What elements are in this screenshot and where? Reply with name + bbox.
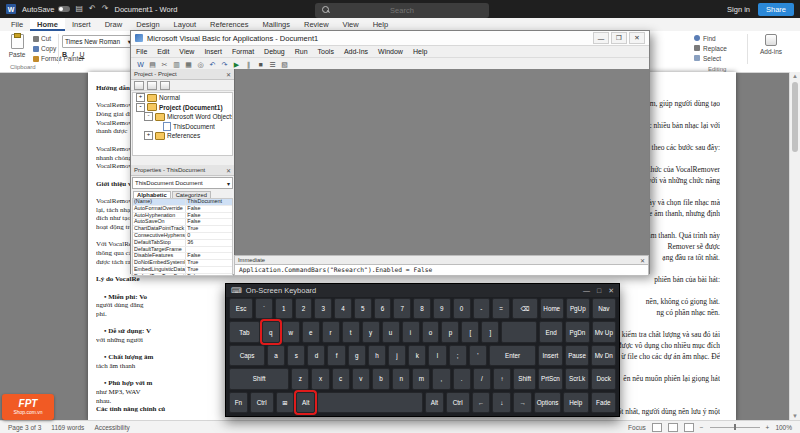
key[interactable]: Help bbox=[563, 392, 588, 413]
key[interactable]: r bbox=[322, 321, 340, 342]
key[interactable]: Fn bbox=[229, 392, 248, 413]
vba-menu-item[interactable]: Run bbox=[290, 48, 313, 55]
key[interactable]: e bbox=[302, 321, 320, 342]
italic-button[interactable]: I bbox=[72, 50, 74, 58]
word-count[interactable]: 1169 words bbox=[51, 424, 84, 431]
font-name-combo[interactable]: Times New Roman ▾ bbox=[62, 35, 134, 48]
zoom-slider[interactable] bbox=[710, 427, 760, 428]
key[interactable]: Fade bbox=[591, 392, 616, 413]
object-selector[interactable]: ThisDocument Document ▾ bbox=[132, 177, 233, 189]
key[interactable]: [ bbox=[461, 321, 479, 342]
key[interactable]: i bbox=[402, 321, 420, 342]
property-row[interactable]: AutoSaveOn False bbox=[133, 219, 232, 226]
key[interactable]: 7 bbox=[393, 298, 411, 319]
ribbon-tab[interactable]: Insert bbox=[65, 18, 98, 31]
project-tree-item[interactable]: + References bbox=[133, 131, 232, 141]
scrollbar-thumb[interactable] bbox=[792, 82, 798, 152]
key[interactable]: p bbox=[441, 321, 459, 342]
key[interactable]: 2 bbox=[295, 298, 313, 319]
key[interactable]: Shift bbox=[513, 368, 536, 389]
key[interactable]: - bbox=[473, 298, 491, 319]
key[interactable]: j bbox=[388, 345, 406, 366]
key[interactable]: 0 bbox=[453, 298, 471, 319]
key[interactable]: Enter bbox=[489, 345, 536, 366]
search-input[interactable] bbox=[315, 3, 489, 18]
page-indicator[interactable]: Page 3 of 3 bbox=[8, 424, 41, 431]
key[interactable]: x bbox=[311, 368, 329, 389]
property-row[interactable]: ConsecutiveHyphensLimit 0 bbox=[133, 233, 232, 240]
key[interactable]: / bbox=[473, 368, 491, 389]
close-button[interactable]: ✕ bbox=[629, 32, 645, 44]
key[interactable]: w bbox=[282, 321, 300, 342]
vba-menu-item[interactable]: Insert bbox=[199, 48, 227, 55]
ribbon-tab[interactable]: File bbox=[4, 18, 30, 31]
key[interactable]: = bbox=[492, 298, 510, 319]
minimize-button[interactable]: — bbox=[583, 287, 590, 295]
property-row[interactable]: EmbedTrueTypeFonts False bbox=[133, 274, 232, 276]
view-object-icon[interactable] bbox=[147, 81, 157, 90]
copy-icon[interactable]: ▥ bbox=[172, 60, 181, 69]
key-q-highlighted[interactable]: q bbox=[262, 321, 280, 342]
key[interactable]: ' bbox=[469, 345, 487, 366]
key[interactable]: Nav bbox=[592, 298, 616, 319]
key[interactable]: Home bbox=[540, 298, 564, 319]
key[interactable]: Pause bbox=[565, 345, 590, 366]
print-layout-icon[interactable] bbox=[668, 423, 678, 432]
space-key[interactable] bbox=[317, 392, 423, 413]
key[interactable]: Dock bbox=[591, 368, 616, 389]
property-row[interactable]: DefaultTabStop 36 bbox=[133, 240, 232, 247]
break-icon[interactable]: ∥ bbox=[244, 60, 253, 69]
vba-titlebar[interactable]: Microsoft Visual Basic for Applications … bbox=[131, 31, 649, 46]
project-tree-item[interactable]: - Project (Document1) bbox=[133, 103, 232, 113]
run-icon[interactable]: ▶ bbox=[232, 60, 241, 69]
key[interactable]: g bbox=[348, 345, 366, 366]
key[interactable]: c bbox=[332, 368, 350, 389]
arrow-left-key[interactable]: ← bbox=[472, 392, 491, 413]
paste-icon[interactable]: ▦ bbox=[184, 60, 193, 69]
expander-icon[interactable]: + bbox=[144, 131, 153, 140]
property-row[interactable]: ChartDataPointTrack True bbox=[133, 226, 232, 233]
key[interactable]: Insert bbox=[538, 345, 563, 366]
replace-button[interactable]: Replace bbox=[694, 43, 742, 53]
key[interactable]: Esc bbox=[229, 298, 253, 319]
property-row[interactable]: DoNotEmbedSystemFonts True bbox=[133, 260, 232, 267]
key[interactable]: k bbox=[408, 345, 426, 366]
zoom-in-button[interactable]: + bbox=[766, 424, 770, 431]
find-icon[interactable]: ◎ bbox=[196, 60, 205, 69]
paste-button[interactable]: Paste bbox=[4, 34, 30, 66]
ribbon-tab[interactable]: Draw bbox=[98, 18, 130, 31]
vba-code-area[interactable] bbox=[234, 69, 649, 255]
property-row[interactable]: (Name) ThisDocument bbox=[133, 199, 232, 206]
vba-menu-item[interactable]: File bbox=[131, 48, 152, 55]
key[interactable]: 4 bbox=[334, 298, 352, 319]
key[interactable]: d bbox=[307, 345, 325, 366]
vba-menu-item[interactable]: Debug bbox=[259, 48, 290, 55]
redo-icon[interactable]: ↷ bbox=[102, 5, 109, 13]
property-row[interactable]: DisableFeatures False bbox=[133, 253, 232, 260]
key[interactable]: End bbox=[539, 321, 563, 342]
zoom-level[interactable]: 100% bbox=[775, 424, 792, 431]
save-icon[interactable]: ▤ bbox=[148, 60, 157, 69]
key[interactable]: ; bbox=[449, 345, 467, 366]
key[interactable]: Tab bbox=[229, 321, 260, 342]
key[interactable]: u bbox=[382, 321, 400, 342]
key[interactable]: h bbox=[368, 345, 386, 366]
key[interactable]: v bbox=[352, 368, 370, 389]
property-row[interactable]: EmbedLinguisticData True bbox=[133, 267, 232, 274]
vba-menu-item[interactable]: Window bbox=[373, 48, 408, 55]
key[interactable]: b bbox=[372, 368, 390, 389]
redo-icon[interactable]: ↷ bbox=[220, 60, 229, 69]
key[interactable]: t bbox=[342, 321, 360, 342]
close-icon[interactable]: ✕ bbox=[226, 167, 231, 174]
key[interactable]: m bbox=[412, 368, 430, 389]
web-layout-icon[interactable] bbox=[684, 423, 694, 432]
property-row[interactable]: AutoFormatOverride False bbox=[133, 206, 232, 213]
close-button[interactable]: ✕ bbox=[608, 287, 614, 295]
windows-key[interactable]: ⊞ bbox=[276, 392, 295, 413]
document-scrollbar[interactable]: ▲ ▼ bbox=[789, 72, 800, 421]
expander-icon[interactable]: + bbox=[136, 93, 145, 102]
tab-alphabetic[interactable]: Alphabetic bbox=[133, 191, 171, 198]
copy-button[interactable]: Copy bbox=[33, 45, 56, 52]
toggle-folders-icon[interactable] bbox=[160, 81, 170, 90]
key[interactable]: PgUp bbox=[566, 298, 590, 319]
